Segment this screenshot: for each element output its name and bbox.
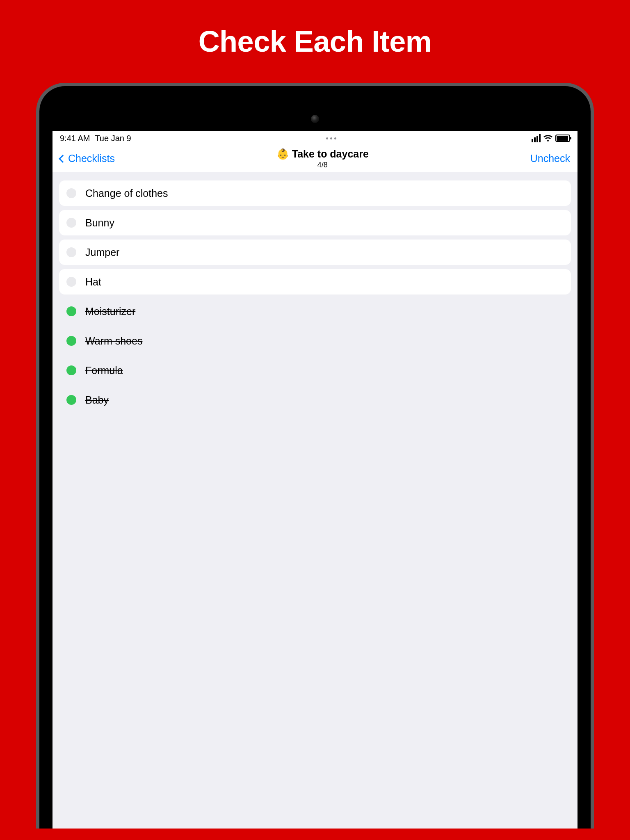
status-bar: 9:41 AM Tue Jan 9 bbox=[52, 131, 578, 145]
title-emoji-icon: 👶 bbox=[276, 148, 289, 160]
empty-bullet-icon[interactable] bbox=[66, 218, 76, 228]
tablet-frame: 9:41 AM Tue Jan 9 bbox=[36, 83, 594, 829]
empty-bullet-icon[interactable] bbox=[66, 277, 76, 287]
progress-count: 4/8 bbox=[115, 161, 530, 169]
title-label: Take to daycare bbox=[292, 148, 369, 160]
checklist-item[interactable]: Warm shoes bbox=[59, 328, 571, 354]
checklist-item-label: Change of clothes bbox=[85, 187, 168, 199]
checklist-item-label: Moisturizer bbox=[85, 306, 135, 317]
checkmark-bullet-icon[interactable] bbox=[66, 395, 76, 405]
checklist-item-label: Formula bbox=[85, 365, 123, 377]
chevron-left-icon bbox=[59, 155, 67, 163]
checklist-item-label: Jumper bbox=[85, 247, 119, 258]
back-button-label: Checklists bbox=[68, 153, 115, 164]
page-title: 👶 Take to daycare bbox=[115, 148, 530, 160]
checklist-item[interactable]: Moisturizer bbox=[59, 299, 571, 324]
app-screen: 9:41 AM Tue Jan 9 bbox=[52, 131, 578, 829]
checkmark-bullet-icon[interactable] bbox=[66, 306, 76, 316]
checkmark-bullet-icon[interactable] bbox=[66, 336, 76, 346]
checklist-item[interactable]: Formula bbox=[59, 358, 571, 383]
status-time: 9:41 AM bbox=[60, 134, 90, 143]
checklist-item[interactable]: Change of clothes bbox=[59, 180, 571, 206]
checklist-item-label: Bunny bbox=[85, 217, 114, 229]
nav-bar: Checklists 👶 Take to daycare 4/8 Uncheck bbox=[52, 145, 578, 172]
checklist: Change of clothesBunnyJumperHatMoisturiz… bbox=[52, 172, 578, 425]
status-date: Tue Jan 9 bbox=[95, 134, 131, 143]
checkmark-bullet-icon[interactable] bbox=[66, 365, 76, 375]
empty-bullet-icon[interactable] bbox=[66, 188, 76, 198]
multitasking-dots-icon bbox=[326, 137, 336, 139]
checklist-item-label: Warm shoes bbox=[85, 335, 142, 347]
uncheck-button[interactable]: Uncheck bbox=[530, 153, 570, 164]
empty-bullet-icon[interactable] bbox=[66, 247, 76, 257]
cellular-signal-icon bbox=[532, 134, 541, 142]
checklist-item-label: Hat bbox=[85, 276, 101, 288]
checklist-item[interactable]: Baby bbox=[59, 387, 571, 413]
tablet-camera bbox=[311, 115, 319, 123]
checklist-item-label: Baby bbox=[85, 394, 109, 406]
battery-icon bbox=[555, 135, 570, 142]
back-button[interactable]: Checklists bbox=[60, 153, 115, 164]
wifi-icon bbox=[543, 135, 553, 142]
checklist-item[interactable]: Hat bbox=[59, 269, 571, 294]
checklist-item[interactable]: Jumper bbox=[59, 240, 571, 265]
checklist-item[interactable]: Bunny bbox=[59, 210, 571, 235]
marketing-headline: Check Each Item bbox=[199, 25, 432, 58]
